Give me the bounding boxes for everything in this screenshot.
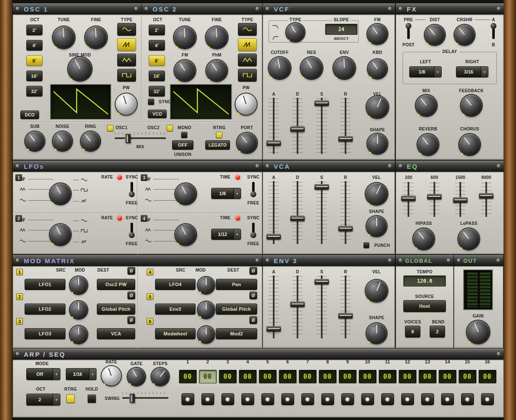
slider-handle[interactable] [453,197,468,203]
chevron-down-icon[interactable]: ▼ [434,67,441,77]
arp-step-button[interactable] [421,393,434,405]
rtrg-checkbox[interactable] [216,132,222,138]
slider-handle[interactable] [290,216,305,221]
arp-step-display[interactable]: 00 [479,370,496,383]
delay-feedback-knob[interactable] [461,95,482,116]
lfo4-sync-toggle[interactable] [250,223,256,238]
osc1-oct-32[interactable]: 32' [26,86,43,96]
arp-step-button[interactable] [281,393,294,405]
osc2-sync-checkbox[interactable] [148,99,154,105]
mod-slot1-invert-button[interactable]: Ø [128,267,135,275]
osc1-oct-2[interactable]: 2' [26,25,43,35]
mod-slot2-dest-button[interactable]: Global Pitch [97,304,135,315]
vca-attack-slider[interactable] [267,181,280,244]
chevron-down-icon[interactable]: ▼ [233,188,241,199]
slider-handle[interactable] [267,140,281,146]
slider-handle[interactable] [315,100,329,106]
lfo4-time-select[interactable]: 1/12▼ [211,229,241,240]
env3-decay-slider[interactable] [291,275,304,338]
slider-handle[interactable] [290,126,305,132]
osc1-oct-8[interactable]: 8' [26,55,43,66]
eq-band-600-slider[interactable] [428,182,441,217]
slider-handle[interactable] [315,279,329,284]
toggle-handle[interactable] [250,191,256,197]
arp-step-display[interactable]: 00 [399,370,417,383]
mod-slot4-invert-button[interactable]: Ø [249,267,257,275]
lfo3-sync-toggle[interactable] [250,182,256,197]
osc1-wave-saw-button[interactable] [117,38,136,51]
osc2-wave-sine-button[interactable] [238,23,257,36]
mod-slot4-amount-knob[interactable] [198,277,215,294]
arp-step-button[interactable] [481,393,494,405]
arp-step-button[interactable] [301,393,314,405]
mod-slot5-invert-button[interactable]: Ø [249,292,257,299]
lfo1-wave-knob[interactable] [50,183,71,204]
osc2-wave-triangle-button[interactable] [238,54,257,66]
arp-step-display[interactable]: 00 [219,370,237,383]
mod-slot3-amount-knob[interactable] [70,326,88,343]
arp-step-button[interactable] [381,393,394,405]
bend-value-button[interactable]: 2 [430,326,445,338]
osc2-oct-2[interactable]: 2' [149,25,165,35]
env3-shape-knob[interactable] [366,323,387,343]
mod-slot6-dest-button[interactable]: Mod2 [216,328,257,339]
arp-step-display[interactable]: 00 [199,370,217,383]
delay-right-select[interactable]: 3/16▼ [456,66,488,77]
osc2-tune-knob[interactable] [174,26,196,48]
eq-band-9000-slider[interactable] [480,182,493,217]
slider-handle[interactable] [401,196,416,201]
chorus-knob[interactable] [459,134,480,155]
vcf-cutoff-knob[interactable] [269,57,291,79]
eq-lopass-knob[interactable] [458,228,479,250]
mod-slot1-amount-knob[interactable] [70,276,88,294]
arp-step-button[interactable] [181,393,194,405]
arp-rate-sync-select[interactable]: 1/16▼ [66,368,96,380]
chevron-down-icon[interactable]: ▼ [53,394,60,405]
mod-slot3-src-button[interactable]: LFO3 [25,328,65,339]
arp-step-display[interactable]: 00 [179,370,197,383]
vcf-slope-display[interactable]: 24 [325,24,357,35]
mod-slot6-src-button[interactable]: Modwheel [155,328,196,339]
osc1-fine-knob[interactable] [85,26,107,48]
mod-slot2-src-button[interactable]: LFO2 [25,304,65,315]
osc2-pw-knob[interactable] [235,94,257,115]
vcf-vel-knob[interactable] [366,96,388,118]
toggle-handle[interactable] [250,232,256,238]
arp-step-button[interactable] [201,393,214,405]
slider-handle[interactable] [267,326,281,332]
arp-step-button[interactable] [241,393,254,405]
arp-step-display[interactable]: 00 [459,370,476,383]
vca-sustain-slider[interactable] [315,181,328,244]
slider-handle[interactable] [290,301,305,307]
mod-slot5-dest-button[interactable]: Global Pitch [216,304,257,315]
osc2-vco-button[interactable]: VCO [148,110,167,118]
osc2-wave-pulse-button[interactable] [238,69,257,82]
source-button[interactable]: Host [403,300,446,312]
vcf-decay-slider[interactable] [291,98,304,154]
arp-step-button[interactable] [261,393,274,405]
env3-vel-knob[interactable] [366,280,388,302]
arp-steps-knob[interactable] [151,368,169,386]
osc-mix-slider[interactable] [115,132,166,143]
arp-step-display[interactable]: 00 [419,370,437,383]
dist-knob[interactable] [425,25,445,45]
osc2-oct-16[interactable]: 16' [149,71,165,81]
osc1-wave-pulse-button[interactable] [117,69,136,82]
osc1-sine-mod-knob[interactable] [68,57,92,81]
mod-slot6-invert-button[interactable]: Ø [249,316,257,324]
delay-mix-knob[interactable] [416,95,437,116]
osc2-phm-knob[interactable] [206,60,227,81]
arp-step-button[interactable] [401,393,414,405]
mod-slot4-src-button[interactable]: LFO4 [155,279,196,290]
slider-handle[interactable] [129,394,135,403]
pre-post-toggle[interactable] [405,23,411,39]
arp-step-button[interactable] [361,393,374,405]
osc2-oct-32[interactable]: 32' [149,86,165,96]
vca-decay-slider[interactable] [291,181,304,244]
slider-handle[interactable] [427,194,442,199]
arp-step-button[interactable] [461,393,474,405]
arp-mode-select[interactable]: Off▼ [26,368,60,380]
osc1-oct-4[interactable]: 4' [26,40,43,51]
tempo-display[interactable]: 120.0 [403,275,446,287]
mod-slot3-dest-button[interactable]: VCA [97,328,135,339]
